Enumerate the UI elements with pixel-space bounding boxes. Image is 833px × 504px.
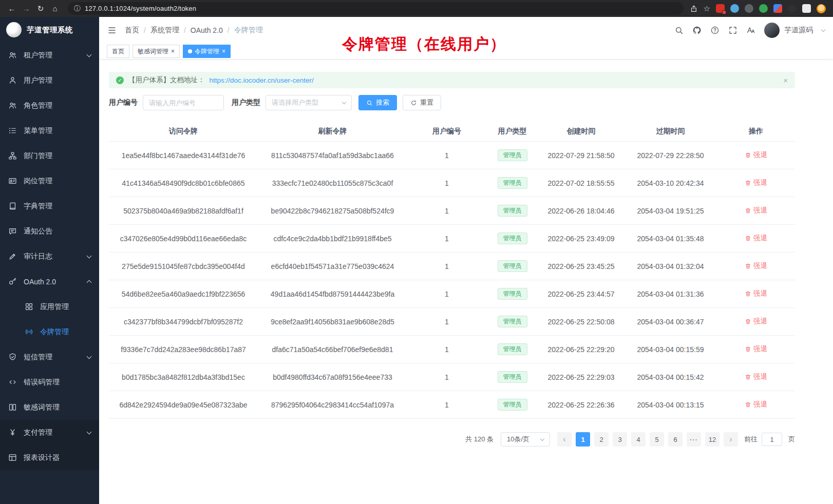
reset-button[interactable]: 重置 (403, 95, 441, 110)
chevron-down-icon[interactable] (821, 27, 825, 31)
sidebar-item-oauth2-token[interactable]: 令牌管理 (0, 319, 99, 344)
extension-icon[interactable] (730, 4, 739, 13)
extension-icon[interactable] (802, 4, 811, 13)
site-info-icon[interactable]: ⓘ (74, 4, 81, 13)
chevron-down-icon (87, 429, 92, 434)
table-row: 1ea5e44f8bc1467aaede43144f31de76 811c530… (109, 142, 795, 169)
user-type-select[interactable]: 请选择用户类型 (266, 95, 352, 110)
sidebar-item-audit-log[interactable]: 审计日志 (0, 244, 99, 269)
tab-token[interactable]: 令牌管理 × (183, 45, 231, 58)
sidebar-item-error-code[interactable]: 错误码管理 (0, 370, 99, 395)
sidebar-item-tenant[interactable]: 租户管理 (0, 43, 99, 68)
page-button[interactable]: 4 (631, 432, 646, 447)
sidebar-item-post[interactable]: 岗位管理 (0, 168, 99, 193)
user-name[interactable]: 芋道源码 (784, 26, 813, 35)
tab-sensitive-word[interactable]: 敏感词管理 × (132, 45, 180, 58)
sidebar-item-oauth2-app[interactable]: 应用管理 (0, 294, 99, 319)
sidebar-item-dict[interactable]: 字典管理 (0, 193, 99, 219)
github-icon[interactable] (692, 26, 702, 35)
alert-close-icon[interactable]: × (783, 76, 788, 85)
extension-icon[interactable] (759, 4, 768, 13)
table-header-row: 访问令牌 刷新令牌 用户编号 用户类型 创建时间 过期时间 操作 (109, 122, 795, 142)
more-pages-button[interactable]: ··· (687, 432, 701, 447)
tab-home[interactable]: 首页 (107, 45, 129, 58)
prev-page-button[interactable]: ‹ (557, 432, 572, 447)
sidebar-item-oauth2[interactable]: OAuth 2.0 (0, 269, 99, 294)
browser-reload-icon[interactable]: ↻ (34, 3, 47, 15)
browser-forward-icon[interactable]: → (20, 3, 33, 15)
sidebar-toggle-icon[interactable] (107, 26, 117, 35)
force-logout-button[interactable]: 强退 (745, 372, 767, 381)
browser-profile-avatar[interactable] (817, 4, 826, 13)
user-type-cell: 管理员 (486, 391, 538, 419)
user-avatar[interactable] (764, 23, 780, 38)
sidebar-item-notice[interactable]: 通知公告 (0, 219, 99, 244)
breadcrumb-item[interactable]: OAuth 2.0 (191, 26, 223, 34)
breadcrumb-item[interactable]: 系统管理 (150, 26, 179, 35)
sidebar-item-role[interactable]: 角色管理 (0, 93, 99, 118)
sidebar-item-menu[interactable]: 菜单管理 (0, 118, 99, 143)
sidebar-item-dept[interactable]: 部门管理 (0, 143, 99, 168)
created-time-cell: 2022-07-02 18:55:55 (538, 169, 624, 197)
sidebar-item-user[interactable]: 用户管理 (0, 68, 99, 93)
extensions-puzzle-icon[interactable] (773, 4, 782, 13)
force-logout-button[interactable]: 强退 (745, 344, 767, 354)
page-button[interactable]: 5 (650, 432, 664, 447)
browser-back-icon[interactable]: ← (5, 3, 18, 15)
app-logo[interactable]: 芋道管理系统 (0, 17, 99, 43)
extension-icon[interactable] (745, 4, 753, 13)
force-logout-button[interactable]: 强退 (745, 400, 767, 409)
fullscreen-icon[interactable] (728, 26, 737, 35)
page-size-select[interactable]: 10条/页 (501, 432, 550, 447)
force-logout-button[interactable]: 强退 (745, 206, 767, 215)
actions-cell: 强退 (717, 142, 795, 169)
total-count: 共 120 条 (465, 435, 494, 444)
refresh-token-cell: dfa6c71a50a54c66bef706ef9e6e8d81 (258, 336, 407, 363)
force-logout-button[interactable]: 强退 (745, 150, 767, 160)
expire-time-cell: 2054-03-04 00:13:15 (624, 391, 717, 419)
close-icon[interactable]: × (171, 48, 175, 54)
bookmark-star-icon[interactable]: ☆ (704, 4, 710, 13)
trash-icon (745, 401, 751, 408)
force-logout-button[interactable]: 强退 (745, 317, 767, 326)
search-button[interactable]: 搜索 (358, 95, 397, 110)
search-icon[interactable] (674, 26, 684, 35)
sidebar-item-report-designer[interactable]: 报表设计器 (0, 445, 99, 470)
breadcrumb-item[interactable]: 首页 (125, 26, 139, 35)
force-logout-button[interactable]: 强退 (745, 261, 767, 270)
goto-page-input[interactable] (762, 433, 782, 446)
sidebar-item-pay[interactable]: 支付管理 (0, 420, 99, 445)
share-icon[interactable] (690, 5, 698, 13)
sidebar-item-sms[interactable]: 短信管理 (0, 344, 99, 370)
extension-icon[interactable] (716, 4, 725, 13)
page-button[interactable]: 1 (576, 432, 590, 447)
next-page-button[interactable]: › (724, 432, 738, 447)
sidebar-item-sensitive-word[interactable]: 敏感词管理 (0, 395, 99, 420)
expire-time-cell: 2054-03-04 01:31:36 (624, 280, 717, 308)
page-button[interactable]: 6 (668, 432, 683, 447)
user-id-input[interactable] (143, 95, 224, 110)
user-type-cell: 管理员 (486, 336, 538, 363)
chevron-down-icon (87, 354, 92, 359)
page-button[interactable]: 3 (613, 432, 627, 447)
font-size-icon[interactable] (746, 26, 755, 35)
page-button[interactable]: 12 (705, 432, 720, 447)
trash-icon (745, 207, 751, 214)
doc-link[interactable]: https://doc.iocoder.cn/user-center/ (210, 76, 314, 84)
column-user-type: 用户类型 (486, 122, 538, 142)
force-logout-button[interactable]: 强退 (745, 178, 767, 187)
table-row: 54d6be82ee5a460a9aedc1f9bf223656 49d1aa4… (109, 280, 795, 308)
user-type-badge: 管理员 (498, 399, 527, 411)
force-logout-button[interactable]: 强退 (745, 234, 767, 243)
active-tab-dot (188, 49, 192, 53)
close-icon[interactable]: × (222, 48, 225, 54)
page-button[interactable]: 2 (594, 432, 609, 447)
extension-icon[interactable] (788, 4, 797, 13)
force-logout-button[interactable]: 强退 (745, 289, 767, 298)
browser-home-icon[interactable]: ⌂ (48, 3, 62, 15)
address-bar[interactable]: ⓘ 127.0.0.1:1024/system/oauth2/token (68, 2, 684, 15)
help-icon[interactable] (710, 26, 720, 35)
created-time-cell: 2022-06-25 23:44:57 (538, 280, 624, 308)
refresh-token-cell: 8796295f04064c2983414cc54af1097a (258, 391, 407, 419)
main-area: 首页 / 系统管理 / OAuth 2.0 / 令牌管理 芋道源码 (99, 17, 833, 504)
